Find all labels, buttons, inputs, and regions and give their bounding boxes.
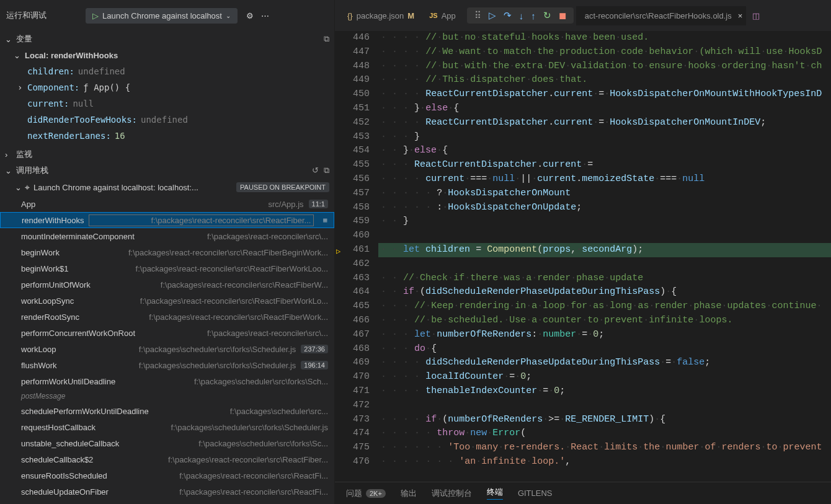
callstack-frame[interactable]: performUnitOfWorkf:\packages\react-recon… bbox=[0, 276, 334, 293]
tab-active-file[interactable]: act-reconciler\src\ReactFiberHooks.old.j… bbox=[576, 6, 747, 25]
callstack-frame[interactable]: beginWorkf:\packages\react-reconciler\sr… bbox=[0, 244, 334, 260]
stop-icon[interactable]: ◼ bbox=[559, 10, 566, 21]
callstack-frame[interactable]: renderRootSyncf:\packages\react-reconcil… bbox=[0, 309, 334, 325]
code-line[interactable]: · · · · · · · 'an·infinite·loop.', bbox=[378, 455, 831, 469]
code-line[interactable]: · · · · thenableIndexCounter·=·0; bbox=[378, 384, 831, 399]
output-tab[interactable]: 输出 bbox=[401, 488, 417, 499]
code-line[interactable]: · · · · · ?·HooksDispatcherOnMount bbox=[378, 187, 831, 201]
code-line[interactable]: · · let·children·=·Component(props,·seco… bbox=[378, 243, 831, 257]
callstack-frame[interactable]: workLoopf:\packages\scheduler\src\forks\… bbox=[0, 341, 334, 357]
watch-title: 监视 bbox=[16, 149, 32, 160]
code-line[interactable]: · · · · //·This·dispatcher·does·that. bbox=[378, 73, 831, 87]
variable-row[interactable]: ›Component: ƒ App() { bbox=[17, 79, 334, 95]
line-number: 474 bbox=[335, 427, 370, 441]
step-out-icon[interactable]: ↑ bbox=[531, 11, 536, 21]
variable-row[interactable]: didRenderTooFewHooks: undefined bbox=[17, 112, 334, 128]
code-line[interactable]: · · · · ReactCurrentDispatcher.current·=… bbox=[378, 87, 831, 102]
callstack-frame[interactable]: schedulePerformWorkUntilDeadlinef:\packa… bbox=[0, 403, 334, 419]
code-line[interactable]: · · · · · throw·new·Error( bbox=[378, 427, 831, 441]
code-line[interactable]: · · · · didScheduleRenderPhaseUpdateDuri… bbox=[378, 356, 831, 370]
callstack-frame[interactable]: flushWorkf:\packages\scheduler\src\forks… bbox=[0, 357, 334, 373]
variable-row[interactable]: current: null bbox=[17, 95, 334, 112]
code-line[interactable]: · · }·else·{ bbox=[378, 144, 831, 158]
callstack-frame[interactable]: ensureRootIsScheduledf:\packages\react-r… bbox=[0, 467, 334, 484]
callstack-frame[interactable]: workLoopSyncf:\packages\react-reconciler… bbox=[0, 293, 334, 309]
line-number: 456 bbox=[335, 172, 370, 187]
code-line[interactable]: · · if·(didScheduleRenderPhaseUpdateDuri… bbox=[378, 285, 831, 299]
tab-app[interactable]: JS App bbox=[423, 6, 462, 25]
line-number: 448 bbox=[335, 60, 370, 74]
code-line[interactable]: · · · //·Keep·rendering·in·a·loop·for·as… bbox=[378, 299, 831, 314]
line-number: 471 bbox=[335, 384, 370, 399]
code-line[interactable] bbox=[378, 257, 831, 272]
line-number: 450 bbox=[335, 87, 370, 102]
code-line[interactable]: · · · ReactCurrentDispatcher.current·= bbox=[378, 158, 831, 172]
continue-icon[interactable]: ▷ bbox=[489, 10, 496, 21]
frame-function: renderRootSync bbox=[21, 312, 79, 322]
terminal-tab[interactable]: 终端 bbox=[487, 487, 503, 500]
code-line[interactable]: · · · · localIdCounter·=·0; bbox=[378, 370, 831, 384]
code-line[interactable]: · · } bbox=[378, 214, 831, 229]
variables-section-header[interactable]: ⌄ 变量 ⧉ bbox=[0, 31, 334, 47]
code-line[interactable]: · · · }·else·{ bbox=[378, 102, 831, 116]
code-line[interactable] bbox=[378, 229, 831, 243]
close-icon[interactable]: × bbox=[738, 11, 743, 20]
code-body[interactable]: · · · · //·but·no·stateful·hooks·have·be… bbox=[378, 31, 831, 482]
callstack-frame[interactable]: scheduleCallback$2f:\packages\react-reco… bbox=[0, 451, 334, 467]
code-line[interactable]: · · · · · · 'Too·many·re-renders.·React·… bbox=[378, 441, 831, 455]
line-gutter: 4464474484494504514524534544554564574584… bbox=[335, 31, 378, 482]
history-icon[interactable]: ↺ bbox=[312, 166, 319, 175]
code-line[interactable]: · · · } bbox=[378, 130, 831, 144]
launch-config-dropdown[interactable]: ▷ Launch Chrome against localhost ⌄ bbox=[86, 8, 238, 24]
bottom-panel-tabs: 问题 2K+ 输出 调试控制台 终端 GITLENS bbox=[335, 482, 831, 504]
step-over-icon[interactable]: ↷ bbox=[504, 10, 512, 21]
code-line[interactable]: · · · · //·but·with·the·extra·DEV·valida… bbox=[378, 60, 831, 74]
code-line[interactable]: · · · · //·but·no·stateful·hooks·have·be… bbox=[378, 31, 831, 45]
gitlens-tab[interactable]: GITLENS bbox=[518, 489, 553, 498]
copy-icon[interactable]: ⧉ bbox=[324, 166, 329, 175]
variable-row[interactable]: nextRenderLanes: 16 bbox=[17, 128, 334, 144]
code-line[interactable]: · · · · if·(numberOfReRenders·>=·RE_REND… bbox=[378, 413, 831, 427]
line-number: 453 bbox=[335, 130, 370, 144]
debug-console-tab[interactable]: 调试控制台 bbox=[432, 488, 472, 499]
gear-icon[interactable]: ⚙ bbox=[246, 11, 254, 20]
var-name: current: bbox=[27, 99, 69, 108]
callstack-target-row[interactable]: ⌄ ⌖ Launch Chrome against localhost: loc… bbox=[0, 179, 334, 196]
code-editor[interactable]: 4464474484494504514524534544554564574584… bbox=[335, 31, 831, 482]
code-line[interactable]: · · · do·{ bbox=[378, 342, 831, 356]
code-line[interactable]: · · · · ReactCurrentDispatcher.current·=… bbox=[378, 116, 831, 130]
callstack-frame[interactable]: unstable_scheduleCallbackf:\packages\sch… bbox=[0, 435, 334, 451]
callstack-frame[interactable]: renderWithHooksf:\packages\react-reconci… bbox=[0, 212, 334, 228]
split-icon[interactable]: ◫ bbox=[752, 11, 760, 20]
line-number: 476 bbox=[335, 455, 370, 469]
callstack-frame[interactable]: Appsrc/App.js11:1 bbox=[0, 196, 334, 212]
copy-icon[interactable]: ⧉ bbox=[324, 34, 329, 44]
line-number: 467 bbox=[335, 328, 370, 342]
callstack-frame[interactable]: beginWork$1f:\packages\react-reconciler\… bbox=[0, 260, 334, 276]
code-line[interactable]: · · · · current·===·null·||·current.memo… bbox=[378, 172, 831, 187]
code-line[interactable]: · · · let·numberOfReRenders:·number·=·0; bbox=[378, 328, 831, 342]
restart-icon[interactable]: ↻ bbox=[543, 10, 551, 21]
variable-row[interactable]: children: undefined bbox=[17, 63, 334, 79]
code-line[interactable]: · · · · · :·HooksDispatcherOnUpdate; bbox=[378, 201, 831, 215]
callstack-frame[interactable]: mountIndeterminateComponentf:\packages\r… bbox=[0, 228, 334, 244]
var-name: Component: bbox=[27, 82, 79, 92]
callstack-frame[interactable]: scheduleUpdateOnFiberf:\packages\react-r… bbox=[0, 484, 334, 500]
callstack-frame[interactable]: performConcurrentWorkOnRootf:\packages\r… bbox=[0, 325, 334, 341]
grip-icon[interactable]: ⠿ bbox=[474, 10, 481, 21]
tab-package-json[interactable]: {} package.json M bbox=[341, 6, 420, 25]
thread-icon[interactable]: ≡ bbox=[322, 216, 327, 225]
frame-function: beginWork bbox=[21, 248, 60, 257]
scope-header[interactable]: ⌄ Local: renderWithHooks bbox=[0, 47, 334, 63]
code-line[interactable]: · · //·Check·if·there·was·a·render·phase… bbox=[378, 272, 831, 286]
code-line[interactable]: · · · · //·We·want·to·match·the·producti… bbox=[378, 45, 831, 60]
step-into-icon[interactable]: ↓ bbox=[519, 11, 524, 21]
callstack-frame[interactable]: performWorkUntilDeadlinef:\packages\sche… bbox=[0, 373, 334, 389]
watch-section-header[interactable]: › 监视 bbox=[0, 146, 334, 162]
callstack-section-header[interactable]: ⌄ 调用堆栈 ↺ ⧉ bbox=[0, 162, 334, 179]
callstack-frame[interactable]: requestHostCallbackf:\packages\scheduler… bbox=[0, 419, 334, 435]
code-line[interactable] bbox=[378, 399, 831, 413]
problems-tab[interactable]: 问题 2K+ bbox=[346, 488, 386, 499]
code-line[interactable]: · · · //·be·scheduled.·Use·a·counter·to·… bbox=[378, 314, 831, 328]
more-icon[interactable]: ⋯ bbox=[261, 11, 270, 20]
